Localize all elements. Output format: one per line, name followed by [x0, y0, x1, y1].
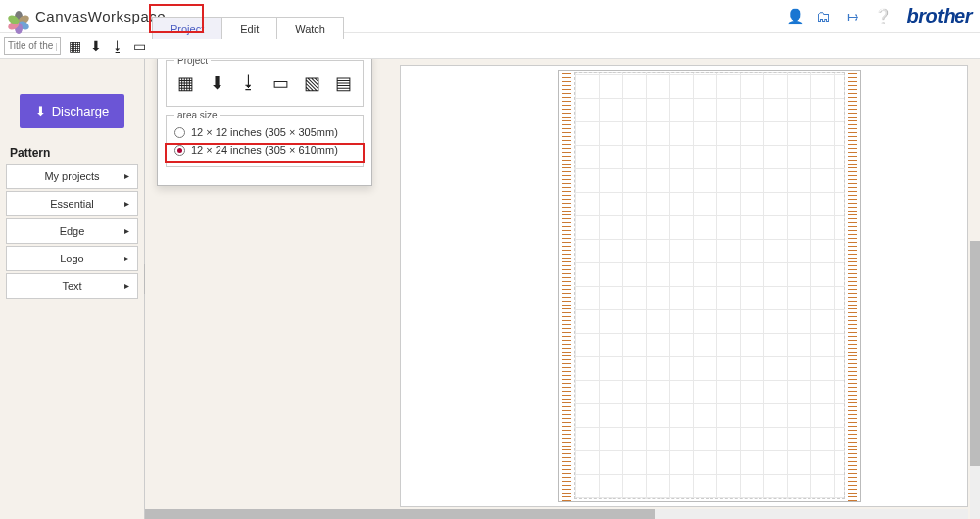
panel-areasize-label: area size: [174, 110, 220, 120]
panel-project-group: Project ▦ ⬇ ⭳ ▭ ▧ ▤: [166, 60, 364, 107]
cutting-mat[interactable]: [558, 70, 861, 502]
horizontal-scrollbar[interactable]: [145, 509, 968, 519]
sidebar-item-edge[interactable]: Edge: [6, 218, 138, 244]
radio-12x24[interactable]: 12 × 24 inches (305 × 610mm): [172, 141, 357, 159]
exit-icon[interactable]: ↦: [845, 8, 862, 25]
open-icon[interactable]: ⭳: [110, 38, 125, 54]
new-page-icon[interactable]: ▦: [176, 72, 194, 94]
discharge-button[interactable]: ⬇ Discharge: [20, 94, 124, 128]
vertical-scroll-thumb[interactable]: [970, 241, 980, 466]
new-icon[interactable]: ▦: [67, 38, 82, 54]
inbox-icon[interactable]: 🗂: [815, 8, 833, 24]
panel-project-label: Project: [174, 59, 211, 66]
radio-icon: [174, 127, 185, 138]
download-arrow-icon: ⬇: [35, 104, 46, 118]
radio-12x24-label: 12 × 24 inches (305 × 610mm): [191, 144, 338, 156]
sidebar-item-text[interactable]: Text: [6, 273, 138, 299]
project-dropdown-panel: Project ▦ ⬇ ⭳ ▭ ▧ ▤ area size 12 × 12 in…: [157, 59, 372, 186]
header-right: 👤 🗂 ↦ ❔ brother: [786, 5, 973, 27]
horizontal-scroll-thumb[interactable]: [145, 509, 655, 519]
tab-watch[interactable]: Watch: [276, 17, 344, 39]
export-icon[interactable]: ▤: [335, 72, 353, 94]
discharge-label: Discharge: [52, 104, 110, 118]
svg-icon[interactable]: ▭: [271, 72, 289, 94]
app-logo: CanvasWorkspace: [8, 6, 166, 27]
canvas-grid: [574, 72, 845, 499]
brand-logo: brother: [907, 5, 973, 27]
tab-project[interactable]: Project: [152, 17, 222, 39]
menu-tabs: Project Edit Watch: [152, 17, 343, 39]
project-title-input[interactable]: [4, 37, 61, 55]
tab-edit[interactable]: Edit: [221, 17, 277, 39]
help-icon[interactable]: ❔: [874, 8, 892, 25]
panel-areasize-group: area size 12 × 12 inches (305 × 305mm) 1…: [166, 115, 364, 167]
radio-12x12[interactable]: 12 × 12 inches (305 × 305mm): [172, 123, 357, 141]
import-icon[interactable]: ⬇: [208, 72, 225, 94]
radio-selected-icon: [174, 145, 185, 156]
vertical-scrollbar[interactable]: [970, 241, 980, 519]
radio-12x12-label: 12 × 12 inches (305 × 305mm): [191, 126, 338, 138]
workspace-area: Project ▦ ⬇ ⭳ ▭ ▧ ▤ area size 12 × 12 in…: [145, 59, 980, 519]
flower-icon: [8, 6, 29, 27]
app-header: CanvasWorkspace Project Edit Watch 👤 🗂 ↦…: [0, 0, 980, 33]
sidebar: ⬇ Discharge Pattern My projects Essentia…: [0, 59, 145, 519]
mini-toolbar: ▦ ⬇ ⭳ ▭: [0, 33, 980, 59]
svg-mini-icon[interactable]: ▭: [131, 38, 147, 54]
canvas-viewport: [400, 65, 968, 507]
image-icon[interactable]: ▧: [303, 72, 320, 94]
sidebar-item-myprojects[interactable]: My projects: [6, 164, 138, 189]
import-alt-icon[interactable]: ⭳: [240, 72, 258, 94]
app-title: CanvasWorkspace: [35, 8, 166, 24]
pattern-heading: Pattern: [10, 146, 138, 160]
panel-icon-row: ▦ ⬇ ⭳ ▭ ▧ ▤: [172, 69, 357, 98]
user-icon[interactable]: 👤: [786, 8, 804, 25]
main-layout: ⬇ Discharge Pattern My projects Essentia…: [0, 59, 980, 519]
sidebar-item-logo[interactable]: Logo: [6, 246, 138, 271]
download-icon[interactable]: ⬇: [88, 38, 104, 54]
sidebar-item-essential[interactable]: Essential: [6, 191, 138, 216]
